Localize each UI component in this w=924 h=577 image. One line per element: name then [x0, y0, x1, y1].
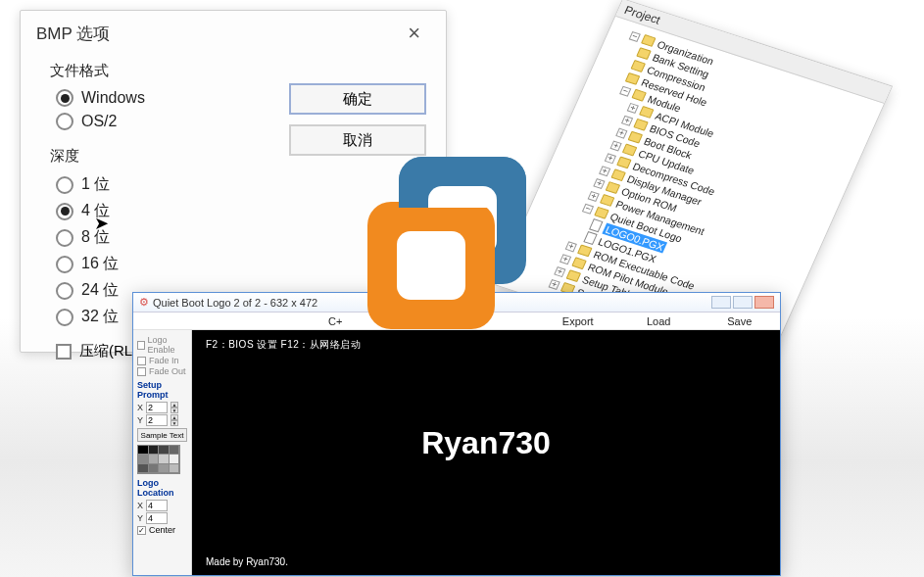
radio-icon	[56, 229, 73, 247]
folder-icon	[577, 244, 593, 257]
collapse-icon: −	[619, 85, 631, 96]
qb-side-panel: Logo Enable Fade In Fade Out Setup Promp…	[133, 330, 192, 575]
radio-1bit[interactable]: 1 位	[50, 171, 416, 198]
expand-icon: +	[588, 190, 600, 201]
setup-prompt-label: Setup Prompt	[137, 380, 187, 400]
setup-y-input[interactable]	[146, 414, 168, 426]
quiet-boot-window: ⚙ Quiet Boot Logo 2 of 2 - 632 x 472 C+ …	[132, 292, 781, 576]
expand-icon: +	[621, 115, 633, 125]
expand-icon: +	[615, 127, 627, 138]
checkbox-icon	[137, 341, 145, 350]
radio-icon	[56, 309, 73, 326]
folder-icon	[566, 269, 582, 282]
logo-x-input[interactable]	[146, 500, 168, 511]
folder-icon	[636, 47, 652, 60]
logo-x-row: X	[137, 500, 187, 511]
folder-icon	[628, 131, 644, 144]
cancel-button[interactable]: 取消	[289, 124, 426, 156]
boot-preview: F2：BIOS 设置 F12：从网络启动 Ryan730 Made by Rya…	[192, 330, 780, 575]
radio-icon	[56, 256, 73, 273]
folder-icon	[622, 144, 638, 157]
logo-enable-checkbox[interactable]: Logo Enable	[137, 335, 187, 355]
folder-icon	[641, 34, 657, 47]
folder-icon	[631, 60, 647, 72]
logo-location-label: Logo Location	[137, 478, 187, 498]
fade-in-checkbox[interactable]: Fade In	[137, 356, 187, 365]
spinner-icon[interactable]: ▲▼	[170, 402, 178, 413]
collapse-icon: −	[629, 30, 641, 41]
ok-button[interactable]: 确定	[289, 83, 426, 115]
folder-icon	[625, 72, 641, 85]
qb-title-text: Quiet Boot Logo 2 of 2 - 632 x 472	[153, 297, 317, 309]
expand-icon: +	[549, 278, 560, 289]
checkbox-icon	[137, 526, 146, 535]
file-format-label: 文件格式	[50, 62, 416, 80]
menu-item[interactable]: C+	[295, 313, 376, 329]
setup-x-row: X▲▼	[137, 402, 187, 413]
menu-item[interactable]	[215, 313, 296, 329]
folder-icon	[594, 207, 609, 219]
minimize-icon[interactable]	[711, 296, 731, 309]
folder-icon	[633, 119, 649, 131]
folder-icon	[610, 168, 626, 181]
app-icon: ⚙	[139, 296, 149, 309]
menu-item[interactable]	[133, 313, 215, 329]
folder-icon	[631, 89, 647, 102]
radio-icon	[56, 176, 73, 194]
vmware-logo-icon	[367, 157, 534, 323]
logo-y-row: Y	[137, 512, 187, 524]
radio-icon	[56, 89, 73, 107]
page-icon	[583, 231, 597, 245]
radio-4bit[interactable]: 4 位	[50, 198, 416, 224]
menu-export[interactable]: Export	[538, 313, 619, 329]
setup-y-row: Y▲▼	[137, 414, 187, 426]
logo-square-orange	[367, 202, 495, 329]
expand-icon: +	[627, 102, 639, 113]
expand-icon: +	[610, 140, 622, 151]
collapse-icon: −	[582, 203, 594, 214]
page-icon	[589, 218, 603, 232]
bios-hint-text: F2：BIOS 设置 F12：从网络启动	[206, 338, 361, 352]
boot-logo-text: Ryan730	[421, 425, 551, 461]
radio-icon	[56, 113, 73, 130]
checkbox-icon	[56, 344, 72, 360]
bmp-title-bar: BMP 选项 ×	[21, 11, 446, 52]
radio-8bit[interactable]: 8 位	[50, 224, 416, 251]
expand-icon: +	[565, 241, 577, 252]
logo-y-input[interactable]	[146, 512, 168, 524]
expand-icon: +	[559, 254, 571, 264]
folder-icon	[606, 181, 621, 194]
folder-icon	[600, 194, 615, 207]
sample-text-button[interactable]: Sample Text	[137, 428, 187, 442]
folder-icon	[616, 156, 632, 168]
expand-icon: +	[605, 153, 616, 164]
radio-icon	[56, 282, 73, 300]
spinner-icon[interactable]: ▲▼	[170, 414, 178, 426]
folder-icon	[571, 257, 587, 269]
menu-save[interactable]: Save	[700, 313, 781, 329]
folder-icon	[639, 106, 655, 119]
expand-icon: +	[599, 166, 610, 176]
expand-icon: +	[554, 266, 565, 277]
radio-icon	[56, 203, 73, 220]
radio-16bit[interactable]: 16 位	[50, 251, 416, 277]
checkbox-icon	[137, 357, 146, 365]
expand-icon: +	[594, 178, 606, 189]
close-icon[interactable]	[754, 296, 774, 309]
fade-out-checkbox[interactable]: Fade Out	[137, 366, 187, 376]
made-by-text: Made by Ryan730.	[206, 556, 288, 567]
center-checkbox[interactable]: Center	[137, 525, 187, 535]
menu-load[interactable]: Load	[618, 313, 700, 329]
color-swatch[interactable]	[137, 445, 180, 474]
bmp-title-text: BMP 选项	[36, 23, 110, 45]
close-icon[interactable]: ×	[398, 21, 430, 46]
checkbox-icon	[137, 367, 146, 376]
maximize-icon[interactable]	[733, 296, 753, 309]
setup-x-input[interactable]	[146, 402, 168, 413]
